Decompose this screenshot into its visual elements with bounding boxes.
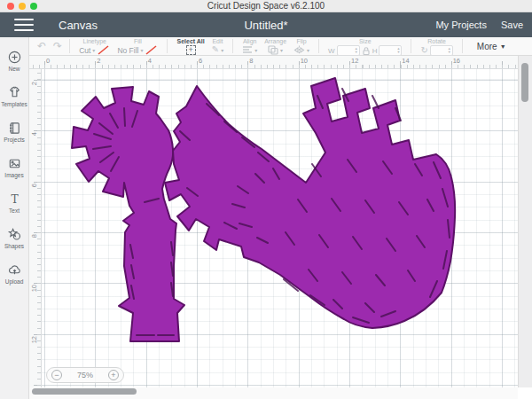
chevron-down-icon[interactable]: ▾	[307, 47, 309, 53]
vertical-scrollbar-track[interactable]	[518, 56, 532, 387]
align-icon[interactable]	[242, 45, 253, 54]
sidebar-item-label: Templates	[1, 101, 27, 107]
tshirt-icon	[7, 85, 22, 100]
select-all-group: Select All +	[173, 37, 207, 55]
ruler-vertical: 24681012	[29, 69, 42, 387]
my-projects-link[interactable]: My Projects	[435, 20, 486, 30]
ruler-tick-label: 14	[402, 57, 409, 65]
rotate-label: Rotate	[427, 38, 446, 45]
zoom-out-button[interactable]: −	[51, 370, 62, 380]
titlebar: Cricut Design Space v6.2.100	[0, 0, 532, 12]
app-header: Canvas Untitled* My Projects Save	[0, 12, 532, 37]
flip-group: Flip ▾	[290, 37, 313, 55]
width-field[interactable]: ▲▼	[337, 45, 360, 56]
align-group: Align ▾	[239, 37, 261, 55]
sidebar-item-shapes[interactable]: Shapes	[0, 227, 28, 262]
stepper-icon[interactable]: ▲▼	[355, 47, 359, 54]
linetype-color-swatch[interactable]	[97, 45, 110, 55]
chevron-down-icon: ▼	[500, 43, 506, 50]
menu-hamburger-icon[interactable]	[14, 19, 34, 31]
notebook-icon	[7, 121, 22, 136]
ruler-tick-label: 12	[30, 336, 38, 343]
ruler-horizontal: 0246810121416	[29, 56, 518, 69]
chevron-down-icon[interactable]: ▾	[140, 47, 143, 53]
align-label: Align	[243, 38, 257, 45]
ruler-tick-label: 12	[351, 57, 358, 65]
flip-icon[interactable]	[293, 45, 305, 55]
app-window: Cricut Design Space v6.2.100 Canvas Unti…	[0, 0, 532, 399]
sidebar-item-label: Images	[4, 172, 23, 178]
rotate-group: Rotate ↻ ▲▼	[417, 37, 456, 55]
picture-icon	[7, 156, 22, 171]
flip-label: Flip	[296, 38, 306, 45]
ruler-tick-label: 0	[46, 57, 50, 65]
size-group: Size W ▲▼ H ▲▼	[325, 37, 405, 55]
sidebar-item-label: New	[8, 66, 20, 72]
plus-circle-icon	[7, 50, 22, 65]
save-link[interactable]: Save	[501, 20, 523, 30]
sidebar-item-projects[interactable]: Projects	[0, 121, 28, 156]
edit-group: Edit ✎ ▾	[208, 37, 227, 55]
select-all-label: Select All	[176, 38, 204, 45]
redo-icon[interactable]: ↷	[53, 40, 62, 52]
linetype-group: Linetype Cut ▾	[75, 37, 113, 55]
star-circle-icon	[7, 227, 22, 242]
height-label: H	[372, 47, 378, 55]
arrange-group: Arrange ▾	[261, 37, 290, 55]
sidebar-item-label: Shapes	[4, 243, 24, 249]
chevron-down-icon[interactable]: ▾	[221, 47, 223, 53]
sidebar-item-templates[interactable]: Templates	[0, 85, 28, 121]
chevron-down-icon[interactable]: ▾	[254, 47, 257, 53]
horizontal-scrollbar-thumb[interactable]	[32, 388, 137, 395]
sidebar-item-images[interactable]: Images	[0, 156, 28, 192]
more-dropdown[interactable]: More ▼	[477, 37, 506, 55]
cloud-upload-icon	[7, 262, 22, 278]
vertical-scrollbar-thumb[interactable]	[521, 63, 528, 102]
rotate-field[interactable]: ▲▼	[430, 45, 453, 56]
edit-toolbar: ↶ ↷ Linetype Cut ▾ Fill No Fill ▾ Select…	[0, 37, 532, 56]
edit-icon[interactable]: ✎	[212, 45, 219, 54]
sidebar-item-label: Projects	[4, 137, 24, 143]
zoom-in-button[interactable]: +	[108, 370, 119, 380]
canvas-label: Canvas	[59, 19, 98, 32]
rotate-icon: ↻	[420, 46, 427, 55]
linetype-label: Linetype	[83, 38, 106, 45]
ruler-tick-label: 8	[30, 234, 38, 238]
ruler-tick-label: 10	[30, 285, 38, 292]
zoom-level: 75%	[77, 371, 93, 379]
linetype-dropdown[interactable]: Cut	[79, 46, 90, 55]
chevron-down-icon[interactable]: ▾	[280, 47, 283, 53]
sidebar-item-label: Upload	[5, 278, 24, 285]
arrange-label: Arrange	[264, 38, 286, 45]
select-all-icon[interactable]: +	[186, 45, 196, 55]
size-label: Size	[359, 38, 372, 45]
fill-dropdown[interactable]: No Fill	[117, 46, 138, 55]
letter-t-icon: T	[7, 192, 22, 207]
height-field[interactable]: ▲▼	[379, 45, 402, 56]
more-label: More	[477, 42, 497, 51]
zoom-control: − 75% +	[46, 367, 124, 383]
ruler-tick-label: 8	[249, 57, 253, 65]
stepper-icon[interactable]: ▲▼	[396, 47, 401, 54]
ruler-tick-label: 16	[453, 57, 460, 65]
ruler-tick-label: 4	[30, 132, 38, 136]
insert-sidebar: New Templates Projects Images T Text Sha…	[0, 37, 29, 399]
chevron-down-icon[interactable]: ▾	[92, 47, 95, 53]
sidebar-item-text[interactable]: T Text	[0, 192, 28, 227]
fill-color-swatch[interactable]	[145, 45, 158, 55]
sidebar-item-label: Text	[9, 207, 20, 214]
ruler-tick-label: 2	[30, 82, 38, 85]
svg-text:T: T	[11, 193, 19, 206]
lock-icon[interactable]	[362, 46, 371, 56]
fill-group: Fill No Fill ▾	[113, 37, 161, 55]
stepper-icon[interactable]: ▲▼	[448, 47, 452, 54]
arrange-icon[interactable]	[268, 45, 278, 55]
sidebar-item-upload[interactable]: Upload	[0, 262, 28, 298]
sidebar-item-new[interactable]: New	[0, 50, 28, 85]
fill-label: Fill	[134, 38, 142, 45]
ruler-tick-label: 10	[301, 57, 308, 65]
ruler-tick-label: 6	[199, 57, 202, 65]
ruler-tick-label: 2	[97, 57, 100, 65]
window-title: Cricut Design Space v6.2.100	[0, 1, 532, 11]
undo-icon[interactable]: ↶	[37, 40, 46, 52]
